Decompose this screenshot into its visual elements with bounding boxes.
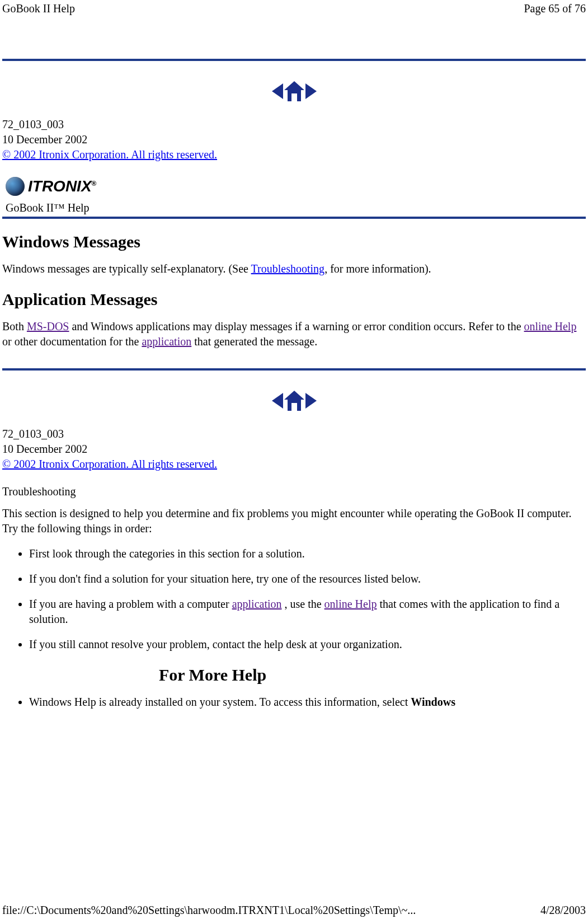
brand-logo: ITRONIX® [2,177,586,196]
nav-icons-top [2,79,586,104]
doc-date-2: 10 December 2002 [2,442,586,457]
page-footer: file://C:\Documents%20and%20Settings\har… [2,904,586,917]
doc-meta-block-2: 72_0103_003 10 December 2002 © 2002 Itro… [2,426,586,472]
troubleshooting-link[interactable]: Troubleshooting [251,262,325,275]
header-page-info: Page 65 of 76 [524,2,586,15]
doc-meta-block: 72_0103_003 10 December 2002 © 2002 Itro… [2,117,586,162]
copyright-link-2[interactable]: © 2002 Itronix Corporation. All rights r… [2,458,217,470]
application-messages-paragraph: Both MS-DOS and Windows applications may… [2,319,586,349]
nav-next-icon[interactable] [305,83,317,99]
nav-next-icon[interactable] [305,393,317,409]
doc-date: 10 December 2002 [2,132,586,147]
divider [2,59,586,61]
globe-icon [6,177,25,196]
page-header: GoBook II Help Page 65 of 76 [0,0,588,15]
doc-number: 72_0103_003 [2,117,586,132]
brand-text: ITRONIX® [28,177,96,195]
online-help-link[interactable]: online Help [524,320,577,332]
header-title: GoBook II Help [2,2,75,15]
divider [2,368,586,371]
troubleshooting-intro: This section is designed to help you det… [2,506,586,536]
troubleshooting-label: Troubleshooting [2,484,586,499]
application-link-2[interactable]: application [232,598,282,610]
footer-date: 4/28/2003 [540,904,586,917]
troubleshooting-list: First look through the categories in thi… [2,546,586,652]
msdos-link[interactable]: MS-DOS [27,320,69,332]
svg-rect-5 [291,403,297,411]
nav-prev-icon[interactable] [272,83,283,99]
list-item: If you don't find a solution for your si… [29,571,586,587]
application-link[interactable]: application [142,335,191,348]
nav-prev-icon[interactable] [272,393,283,409]
nav-icon-group [261,79,328,104]
windows-messages-paragraph: Windows messages are typically self-expl… [2,261,586,276]
footer-path: file://C:\Documents%20and%20Settings\har… [2,904,416,917]
svg-rect-2 [291,93,297,101]
windows-bold: Windows [411,696,455,708]
list-item: If you are having a problem with a compu… [29,597,586,627]
heading-windows-messages: Windows Messages [2,232,586,251]
nav-home-icon[interactable] [284,81,304,101]
svg-marker-0 [284,81,304,90]
more-help-list: Windows Help is already installed on you… [2,695,586,710]
list-item: If you still cannot resolve your problem… [29,637,586,652]
nav-icons-bottom [2,388,586,413]
nav-home-icon[interactable] [284,391,304,411]
nav-icon-group [261,388,328,413]
list-item: First look through the categories in thi… [29,546,586,561]
copyright-link[interactable]: © 2002 Itronix Corporation. All rights r… [2,148,217,161]
svg-marker-3 [284,391,304,400]
heading-application-messages: Application Messages [2,290,586,309]
heading-for-more-help: For More Help [159,665,586,684]
list-item: Windows Help is already installed on you… [29,695,586,710]
divider [2,217,586,219]
online-help-link-2[interactable]: online Help [324,598,377,610]
doc-number-2: 72_0103_003 [2,426,586,442]
help-subheading: GoBook II™ Help [6,201,586,214]
